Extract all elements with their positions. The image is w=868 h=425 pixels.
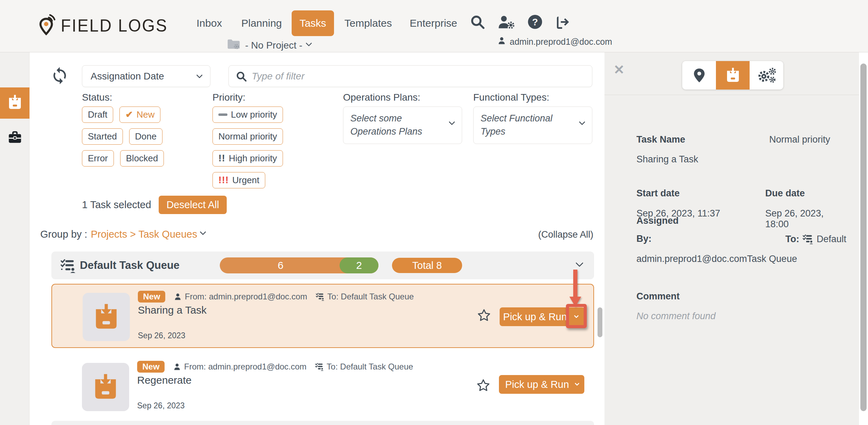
task-from: From: admin.preprod1@doc.com (174, 292, 307, 301)
queue-name: Default Task Queue (80, 259, 180, 272)
selection-count: 1 Task selected (82, 199, 151, 211)
task-name-row: Task Name Normal priority (636, 134, 830, 145)
annotation-arrow-shaft (573, 270, 577, 298)
tab-settings[interactable] (750, 61, 783, 90)
gears-icon (757, 67, 776, 84)
app-logo[interactable]: FIELD LOGS (36, 14, 174, 37)
status-badge: New (137, 361, 165, 373)
top-navbar: FIELD LOGS Inbox Planning Tasks Template… (0, 0, 868, 52)
close-icon[interactable]: ✕ (614, 62, 625, 77)
status-chip-done[interactable]: Done (129, 128, 162, 145)
pickup-run-dropdown[interactable] (570, 383, 584, 386)
group-by-label: Group by : (40, 229, 87, 240)
queue-collapse-chevron-icon[interactable] (576, 259, 584, 267)
priority-filter-group: Low priority Normal priority !!High prio… (212, 107, 283, 188)
group-by-row: Group by : Projects > Task Queues (40, 229, 205, 240)
chevron-down-icon (575, 381, 579, 386)
annotation-highlight-box (566, 304, 587, 328)
queue-total-badge: Total 8 (392, 258, 462, 273)
status-filter-group: Draft ✔New Started Done Error Blocked (82, 107, 164, 167)
group-by-value[interactable]: Projects > Task Queues (91, 229, 197, 240)
nav-item-inbox[interactable]: Inbox (197, 17, 222, 29)
status-label: Status: (82, 92, 112, 103)
collapse-all-link[interactable]: (Collapse All) (538, 229, 593, 240)
page-scrollbar-thumb[interactable] (860, 63, 867, 411)
status-chip-started[interactable]: Started (82, 128, 123, 145)
task-queue-icon (60, 258, 76, 275)
task-to: To: Default Task Queue (316, 292, 414, 301)
sidebar-item-briefcase[interactable] (7, 129, 23, 146)
status-chip-error[interactable]: Error (82, 150, 114, 167)
location-pin-icon (691, 67, 707, 83)
priority-chip-high[interactable]: !!High priority (212, 150, 283, 167)
due-date-label: Due date (765, 188, 805, 199)
status-chip-blocked[interactable]: Blocked (120, 150, 164, 167)
tab-location[interactable] (682, 61, 716, 90)
task-inbox-icon (725, 67, 741, 84)
refresh-icon[interactable] (50, 66, 69, 86)
folder-gear-icon (226, 37, 241, 53)
assigned-to-value-first: Default (817, 234, 846, 245)
svg-text:?: ? (532, 17, 538, 27)
status-chip-new-selected[interactable]: ✔New (119, 107, 160, 123)
task-inbox-icon (92, 303, 121, 332)
priority-chip-urgent[interactable]: !!!Urgent (212, 172, 265, 188)
filter-search-input[interactable] (228, 65, 592, 87)
panel-header: ✕ (604, 52, 859, 95)
sort-select[interactable]: Assignation Date (82, 65, 210, 87)
nav-item-templates[interactable]: Templates (344, 17, 392, 29)
task-queue-icon (315, 362, 324, 371)
status-chip-draft[interactable]: Draft (82, 107, 113, 123)
queue-group-header[interactable]: Default Task Queue 6 2 Total 8 (51, 252, 594, 279)
panel-tabs (682, 61, 783, 90)
task-type-tile (82, 363, 129, 411)
pickup-run-button[interactable]: Pick up & Run (499, 375, 584, 394)
app-window: FIELD LOGS Inbox Planning Tasks Template… (0, 0, 868, 425)
chevron-down-icon (449, 119, 455, 125)
search-icon[interactable] (469, 14, 485, 30)
task-meta-row: New From: admin.preprod1@doc.com To: Def… (137, 361, 413, 373)
date-labels-row: Start date Due date (636, 188, 830, 199)
search-icon (235, 70, 247, 82)
logout-icon[interactable] (555, 14, 571, 30)
comment-label-row: Comment (636, 291, 830, 302)
help-icon[interactable]: ? (527, 14, 543, 30)
nav-item-planning[interactable]: Planning (241, 17, 282, 29)
priority-chip-normal[interactable]: Normal priority (212, 128, 283, 145)
task-title: Regenerate (137, 374, 192, 386)
sidebar-item-tasks[interactable] (0, 87, 30, 119)
user-settings-icon[interactable] (497, 14, 515, 30)
task-inbox-icon (91, 373, 120, 402)
functional-types-placeholder: Select Functional Types (481, 113, 552, 137)
navbar-icons: ? (469, 14, 571, 30)
chevron-down-icon[interactable] (200, 229, 206, 235)
priority-chip-low[interactable]: Low priority (212, 107, 283, 123)
task-date: Sep 26, 2023 (137, 401, 185, 410)
queue-count-inprogress: 6 (220, 257, 341, 273)
project-selector[interactable]: - No Project - (226, 37, 311, 53)
functional-types-select[interactable]: Select Functional Types (473, 107, 592, 144)
deselect-all-button[interactable]: Deselect All (159, 196, 227, 214)
functional-types-label: Functional Types: (473, 92, 549, 103)
user-account[interactable]: admin.preprod1@doc.com (497, 36, 612, 47)
comment-value-row: No comment found (636, 311, 830, 322)
tab-task-active[interactable] (716, 61, 750, 90)
operations-plans-placeholder: Select some Operations Plans (350, 113, 422, 137)
user-email: admin.preprod1@doc.com (510, 37, 612, 47)
star-icon[interactable] (477, 308, 491, 324)
project-selector-value: - No Project - (245, 40, 302, 51)
star-icon[interactable] (476, 378, 491, 394)
task-row-sharing-a-task[interactable]: New From: admin.preprod1@doc.com To: Def… (51, 284, 594, 348)
task-row-regenerate[interactable]: New From: admin.preprod1@doc.com To: Def… (51, 355, 594, 419)
sort-select-value: Assignation Date (91, 71, 164, 82)
nav-item-enterprise[interactable]: Enterprise (410, 17, 457, 29)
logo-pin-icon (36, 14, 56, 37)
task-date: Sep 26, 2023 (138, 331, 185, 340)
low-priority-icon (218, 113, 227, 116)
nav-item-tasks-active[interactable]: Tasks (292, 10, 334, 36)
task-name-label: Task Name (636, 134, 685, 145)
list-scrollbar-thumb[interactable] (598, 307, 602, 337)
status-badge: New (138, 291, 165, 303)
comment-empty-text: No comment found (636, 311, 716, 321)
operations-plans-select[interactable]: Select some Operations Plans (343, 107, 462, 144)
